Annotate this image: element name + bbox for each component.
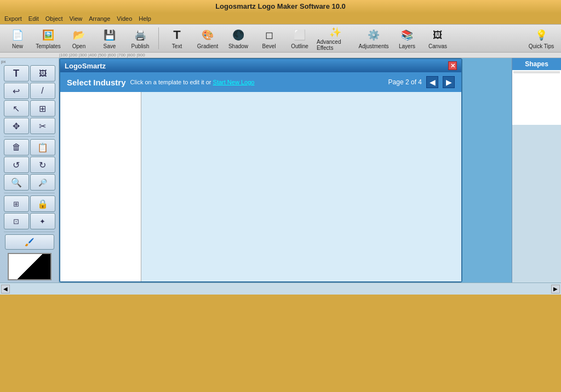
gradient-icon: 🎨 xyxy=(200,27,215,43)
instruction-text: Click on a template to edit it or Start … xyxy=(130,79,255,85)
text-tool-btn[interactable]: T xyxy=(4,65,29,82)
toolbar-adv-effects-btn[interactable]: ✨ Advanced Effects xyxy=(316,26,354,51)
undo2-btn[interactable]: ↺ xyxy=(4,157,29,173)
crop-tool-btn[interactable]: ⊞ xyxy=(30,100,55,117)
copy-tool-btn[interactable]: 📋 xyxy=(30,139,55,155)
image-tool-btn[interactable]: 🖼 xyxy=(30,65,55,82)
select-industry-label: Select Industry xyxy=(67,78,126,87)
brush-btn[interactable]: 🖌️ xyxy=(5,234,54,250)
toolbar-text-btn[interactable]: T Text xyxy=(163,26,191,51)
title-bar: Logosmartz Logo Maker Software 10.0 xyxy=(0,0,561,13)
toolbar-outline-label: Outline xyxy=(291,43,308,49)
color-box[interactable] xyxy=(8,253,51,280)
zoom-out-btn[interactable]: 🔎 xyxy=(30,174,55,191)
templates-grid-container xyxy=(141,92,461,281)
toolbar-shadow-label: Shadow xyxy=(228,43,248,49)
outline-icon: ⬜ xyxy=(292,27,307,43)
menu-edit[interactable]: Edit xyxy=(28,15,39,22)
group-btn[interactable]: ⊡ xyxy=(4,213,29,229)
main-row: px T 🖼 ↩ / ↖ ⊞ ✥ ✂ 🗑 📋 ↺ ↻ 🔍 🔎 xyxy=(0,58,561,283)
tool-row-6: ↺ ↻ xyxy=(1,157,58,173)
tool-separator-3 xyxy=(4,232,55,232)
delete-tool-btn[interactable]: 🗑 xyxy=(4,139,29,155)
menu-export[interactable]: Export xyxy=(4,15,22,22)
align-btn[interactable]: ⊞ xyxy=(4,195,29,212)
tool-row-1: T 🖼 xyxy=(1,65,58,82)
toolbar-canvas-btn[interactable]: 🖼 Canvas xyxy=(423,26,452,51)
toolbar-open-btn[interactable]: 📂 Open xyxy=(65,26,93,51)
text-icon: T xyxy=(169,27,185,43)
move-tool-btn[interactable]: ✥ xyxy=(4,118,29,134)
tool-row-4: ✥ ✂ xyxy=(1,118,58,134)
zoom-in-btn[interactable]: 🔍 xyxy=(4,174,29,191)
toolbar-gradient-btn[interactable]: 🎨 Gradient xyxy=(193,26,222,51)
adv-effects-icon: ✨ xyxy=(328,26,343,38)
canvas-icon: 🖼 xyxy=(430,27,445,43)
menu-arrange[interactable]: Arrange xyxy=(89,15,110,22)
toolbar-outline-btn[interactable]: ⬜ Outline xyxy=(285,26,314,51)
open-icon: 📂 xyxy=(71,27,87,43)
dialog-header-left: Select Industry Click on a template to e… xyxy=(67,78,254,87)
templates-icon: 🖼️ xyxy=(41,27,56,43)
next-page-btn[interactable]: ▶ xyxy=(443,76,455,88)
toolbar-canvas-label: Canvas xyxy=(428,43,447,49)
start-new-link[interactable]: Start New Logo xyxy=(213,79,255,85)
tool-row-3: ↖ ⊞ xyxy=(1,100,58,117)
toolbar-layers-label: Layers xyxy=(399,43,415,49)
color-scroll-right-btn[interactable]: ▶ xyxy=(551,285,560,293)
templates-dialog: LogoSmartz ✕ Select Industry Click on a … xyxy=(59,58,462,283)
quick-tips-icon: 💡 xyxy=(534,27,549,43)
toolbar-quick-tips-label: Quick Tips xyxy=(529,43,554,49)
menu-object[interactable]: Object xyxy=(45,15,63,22)
ruler-horizontal: |100 |200 |300 |400 |500 |600 |700 |800 … xyxy=(0,53,561,58)
toolbar-bevel-btn[interactable]: ◻ Bevel xyxy=(255,26,283,51)
toolbar-open-label: Open xyxy=(72,43,85,49)
bottom-color-strip: ◀ ▶ xyxy=(0,283,561,295)
toolbar-adjustments-btn[interactable]: ⚙️ Adjustments xyxy=(357,26,391,51)
lock-btn[interactable]: 🔒 xyxy=(30,195,55,212)
tool-row-8: ⊞ 🔒 xyxy=(1,195,58,212)
publish-icon: 🖨️ xyxy=(133,27,148,43)
toolbar-save-btn[interactable]: 💾 Save xyxy=(95,26,124,51)
toolbar-text-label: Text xyxy=(172,43,182,49)
undo-btn[interactable]: ↩ xyxy=(4,83,29,99)
color-scroll-left-btn[interactable]: ◀ xyxy=(1,285,10,293)
bevel-icon: ◻ xyxy=(261,27,277,43)
toolbar-new-btn[interactable]: 📄 New xyxy=(3,26,32,51)
toolbar-quick-tips-btn[interactable]: 💡 Quick Tips xyxy=(525,26,558,51)
toolbar-adv-effects-label: Advanced Effects xyxy=(317,39,354,51)
industry-list[interactable] xyxy=(60,92,141,281)
star-btn[interactable]: ✦ xyxy=(30,213,55,229)
left-toolbar: px T 🖼 ↩ / ↖ ⊞ ✥ ✂ 🗑 📋 ↺ ↻ 🔍 🔎 xyxy=(0,58,59,283)
menu-bar: Export Edit Object View Arrange Video He… xyxy=(0,13,561,24)
redo-btn[interactable]: ↻ xyxy=(30,157,55,173)
dialog-close-btn[interactable]: ✕ xyxy=(448,61,457,70)
toolbar-publish-btn[interactable]: 🖨️ Publish xyxy=(126,26,154,51)
right-panel: Shapes xyxy=(512,58,561,283)
toolbar: 📄 New 🖼️ Templates 📂 Open 💾 Save 🖨️ Publ… xyxy=(0,24,561,53)
menu-view[interactable]: View xyxy=(70,15,83,22)
prev-page-btn[interactable]: ◀ xyxy=(426,76,438,88)
page-info: Page 2 of 4 xyxy=(388,78,422,86)
shapes-tab[interactable]: Shapes xyxy=(512,58,561,70)
toolbar-layers-btn[interactable]: 📚 Layers xyxy=(393,26,421,51)
shadow-icon: 🌑 xyxy=(231,27,246,43)
industry-mini-list[interactable] xyxy=(512,70,561,125)
toolbar-adjustments-label: Adjustments xyxy=(358,43,388,49)
toolbar-templates-btn[interactable]: 🖼️ Templates xyxy=(34,26,62,51)
toolbar-shadow-btn[interactable]: 🌑 Shadow xyxy=(224,26,253,51)
menu-video[interactable]: Video xyxy=(117,15,132,22)
tool-row-2: ↩ / xyxy=(1,83,58,99)
tool-row-5: 🗑 📋 xyxy=(1,139,58,155)
cut-tool-btn[interactable]: ✂ xyxy=(30,118,55,134)
toolbar-publish-label: Publish xyxy=(131,43,150,49)
toolbar-gradient-label: Gradient xyxy=(197,43,218,49)
toolbar-save-label: Save xyxy=(104,43,116,49)
dialog-header: Select Industry Click on a template to e… xyxy=(60,72,461,92)
pencil-tool-btn[interactable]: / xyxy=(30,83,55,99)
toolbar-templates-label: Templates xyxy=(36,43,61,49)
menu-help[interactable]: Help xyxy=(139,15,151,22)
select-tool-btn[interactable]: ↖ xyxy=(4,100,29,117)
dialog-header-right: Page 2 of 4 ◀ ▶ xyxy=(388,76,455,88)
px-label: px xyxy=(1,59,5,64)
